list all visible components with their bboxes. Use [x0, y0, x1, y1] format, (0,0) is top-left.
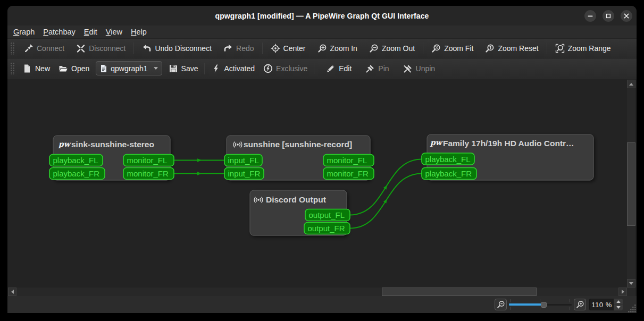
scroll-down-button[interactable] [627, 279, 635, 288]
undo-disconnect-label: Undo Disconnect [155, 44, 212, 53]
redo-icon [223, 44, 233, 53]
zoom-out-small-button[interactable] [495, 299, 507, 310]
port-label: input_FR [228, 169, 261, 178]
activated-button[interactable]: Activated [207, 62, 258, 75]
minimize-icon [587, 13, 593, 19]
graph-canvas[interactable]: pw sink-sunshine-stereo playback_FL play… [8, 80, 627, 288]
connect-button[interactable]: Connect [19, 41, 69, 55]
scroll-right-button[interactable] [618, 288, 627, 296]
zoom-out-button[interactable]: Zoom Out [364, 41, 420, 55]
activated-bolt-icon [211, 64, 221, 73]
horizontal-scroll-thumb[interactable] [382, 288, 537, 296]
connect-icon [24, 44, 34, 53]
exclusive-bolt-icon [263, 64, 273, 73]
statusbar: 110 % [7, 296, 637, 313]
edit-label: Edit [339, 64, 352, 73]
zoom-in-button[interactable]: Zoom In [313, 41, 362, 55]
menu-help[interactable]: Help [127, 27, 151, 37]
disconnect-button[interactable]: Disconnect [71, 41, 130, 55]
scroll-left-button[interactable] [8, 288, 16, 296]
spin-up-button[interactable] [614, 299, 623, 305]
titlebar[interactable]: qpwgraph1 [modified] — A PipeWire Graph … [7, 6, 637, 26]
vertical-scroll-thumb[interactable] [627, 142, 635, 226]
save-button[interactable]: Save [165, 62, 202, 75]
menubar: Graph Patchbay Edit View Help [7, 26, 637, 39]
scroll-up-button[interactable] [627, 80, 635, 88]
node-title[interactable]: sink-sunshine-stereo [71, 140, 154, 149]
zoom-reset-icon [485, 44, 495, 53]
center-label: Center [283, 44, 306, 53]
zoom-in-small-button[interactable] [574, 299, 586, 310]
spin-down-button[interactable] [614, 305, 623, 311]
port-label: monitor_FR [127, 169, 169, 178]
exclusive-button[interactable]: Exclusive [260, 62, 311, 75]
session-combobox[interactable]: qpwgraph1 [96, 61, 162, 75]
zoom-slider[interactable] [508, 299, 573, 310]
toolbar-separator [314, 63, 314, 74]
menu-edit[interactable]: Edit [80, 27, 102, 37]
undo-disconnect-button[interactable]: Undo Disconnect [137, 41, 216, 55]
menu-patchbay[interactable]: Patchbay [39, 27, 79, 37]
slider-handle[interactable] [541, 302, 547, 308]
undo-icon [142, 44, 152, 53]
port-label: playback_FL [53, 156, 98, 165]
pipewire-icon: pw [58, 140, 72, 148]
edit-button[interactable]: Edit [322, 62, 355, 75]
toolbar-drag-handle[interactable] [10, 62, 15, 75]
session-combo-value: qpwgraph1 [111, 64, 147, 73]
node-title[interactable]: Discord Output [266, 195, 326, 204]
zoom-spinbox: 110 % [589, 299, 623, 310]
node-title[interactable]: Family 17h/19h HD Audio Contr… [443, 139, 574, 148]
open-folder-icon [58, 64, 68, 73]
toolbar-separator [547, 43, 547, 54]
graph-node-sink-sunshine-stereo: pw sink-sunshine-stereo playback_FL play… [49, 136, 174, 180]
pipewire-icon: pw [430, 138, 444, 147]
slider-fill [509, 303, 543, 306]
window-controls [584, 6, 632, 26]
horizontal-scrollbar[interactable] [8, 288, 627, 296]
zoom-range-button[interactable]: Zoom Range [550, 41, 616, 55]
combo-dropdown-arrow-icon [153, 66, 158, 70]
resize-grip[interactable] [628, 305, 636, 312]
graph-node-family-audio: pw Family 17h/19h HD Audio Contr… playba… [422, 134, 593, 180]
pin-button[interactable]: Pin [362, 62, 392, 75]
zoom-controls: 110 % [495, 296, 623, 313]
close-button[interactable] [621, 10, 632, 22]
zoom-reset-button[interactable]: Zoom Reset [480, 41, 543, 55]
edit-pencil-icon [326, 64, 336, 73]
arrow-up-icon [616, 300, 621, 303]
unpin-button[interactable]: Unpin [399, 62, 439, 75]
minimize-button[interactable] [584, 10, 596, 22]
node-title[interactable]: sunshine [sunshine-record] [244, 140, 352, 149]
zoom-in-icon [317, 44, 327, 53]
redo-button[interactable]: Redo [219, 41, 258, 55]
menu-graph[interactable]: Graph [9, 27, 39, 37]
maximize-icon [605, 13, 612, 19]
new-button[interactable]: New [19, 62, 54, 75]
patchbay-file-icon [99, 64, 108, 73]
zoom-fit-label: Zoom Fit [444, 44, 473, 53]
center-icon [271, 44, 280, 53]
pin-label: Pin [378, 64, 389, 73]
port-label: input_FL [228, 156, 259, 165]
open-button[interactable]: Open [55, 62, 93, 75]
new-label: New [35, 64, 50, 73]
vertical-scrollbar[interactable] [627, 80, 635, 288]
port-label: monitor_FL [327, 156, 367, 165]
zoom-value[interactable]: 110 % [589, 299, 614, 310]
center-button[interactable]: Center [266, 41, 311, 55]
zoom-reset-label: Zoom Reset [498, 44, 538, 53]
graph-node-discord-output: Discord Output output_FL output_FR [250, 190, 350, 235]
arrow-up-icon [629, 83, 633, 86]
toolbar-drag-handle[interactable] [10, 42, 15, 55]
zoom-in-label: Zoom In [330, 44, 357, 53]
unpin-icon [403, 64, 413, 73]
toolbar-separator [262, 43, 263, 54]
port-label: output_FR [308, 224, 345, 233]
zoom-in-icon [576, 300, 584, 309]
menu-view[interactable]: View [102, 27, 127, 37]
zoom-fit-button[interactable]: Zoom Fit [426, 41, 478, 55]
port-label: playback_FR [53, 169, 100, 178]
zoom-out-icon [497, 300, 505, 309]
maximize-button[interactable] [603, 10, 614, 22]
